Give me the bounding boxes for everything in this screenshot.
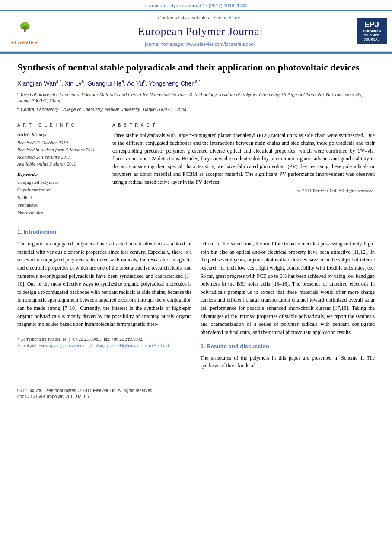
affil-b: b Central Laboratory, College of Chemist… (17, 105, 375, 112)
abstract-text: Three stable polyradicals with large π-c… (112, 131, 375, 186)
authors-line: Xiangjian Wana,*, Xin Lva, Guangrui Hea,… (17, 79, 375, 88)
elsevier-logo: 🌳 ELSEVIER (5, 16, 44, 46)
email-links[interactable]: xjwan@nankai.edu.cn (X. Wan), yschen99@n… (49, 343, 170, 348)
main-content: Synthesis of neutral stable polyradicals… (0, 54, 392, 381)
keyword-0: Conjugated polymers (17, 178, 104, 186)
body-col-right: action. At the same time, the multifunct… (201, 240, 375, 373)
copyright: © 2011 Elsevier Ltd. All rights reserved… (112, 188, 375, 194)
article-info-abstract: A R T I C L E I N F O Article history: R… (17, 122, 375, 217)
body-section: 1. Introduction The organic π-conjugated… (17, 228, 375, 373)
keyword-4: Photovoltaics (17, 209, 104, 217)
divider-2 (17, 221, 375, 221)
journal-header: 🌳 ELSEVIER Contents lists available at S… (0, 10, 392, 52)
divider-1 (17, 118, 375, 118)
author-sep4: , Yongsheng Chen (146, 80, 195, 87)
author-sep3: , Ao Yu (124, 80, 143, 87)
logo-box: 🌳 (7, 16, 42, 38)
page: European Polymer Journal 47 (2011) 1018–… (0, 0, 392, 535)
journal-homepage: journal homepage: www.elsevier.com/locat… (48, 41, 352, 48)
tree-icon: 🌳 (19, 20, 31, 34)
abstract-col: A B S T R A C T Three stable polyradical… (112, 122, 375, 217)
doi-line: doi:10.1016/j.europolymj.2011.02.017 (17, 394, 375, 400)
author-sep1: , Xin Lv (61, 80, 82, 87)
bottom-bar: 0014-3057/$ – see front matter © 2011 El… (0, 385, 392, 403)
intro-para-1: The organic π-conjugated polymers have a… (17, 240, 192, 328)
article-title: Synthesis of neutral stable polyradicals… (17, 61, 375, 74)
affiliations: a Key Laboratory for Functional Polymer … (17, 90, 375, 112)
journal-title: European Polymer Journal (48, 23, 352, 40)
issn-line: 0014-3057/$ – see front matter © 2011 El… (17, 388, 375, 394)
intro-title: 1. Introduction (17, 228, 375, 236)
history-revised: Received in revised form 6 January 2011 (17, 146, 104, 153)
contents-text: Contents lists available at (158, 15, 212, 20)
results-title: 2. Results and discussion (201, 342, 375, 351)
body-two-col: The organic π-conjugated polymers have a… (17, 240, 375, 373)
email-label: E-mail addresses: (17, 343, 48, 348)
history-title: Article history: (17, 131, 104, 138)
history-received: Received 13 October 2010 (17, 139, 104, 146)
journal-reference: European Polymer Journal 47 (2011) 1018–… (144, 3, 248, 8)
affil-a: a Key Laboratory for Functional Polymer … (17, 90, 375, 104)
epj-logo: EPJ EUROPEANPOLYMERJOURNAL (357, 18, 387, 44)
keywords-title: Keywords: (17, 171, 104, 178)
results-intro: The structures of the polymers in this p… (201, 354, 375, 370)
journal-center: Contents lists available at ScienceDirec… (48, 15, 352, 48)
journal-reference-bar: European Polymer Journal 47 (2011) 1018–… (0, 0, 392, 10)
article-info-col: A R T I C L E I N F O Article history: R… (17, 122, 104, 217)
body-col-left: The organic π-conjugated polymers have a… (17, 240, 192, 373)
abstract-header: A B S T R A C T (112, 122, 375, 129)
history-accepted: Accepted 24 February 2011 (17, 153, 104, 161)
elsevier-label: ELSEVIER (11, 39, 38, 46)
author-wan: Xiangjian Wan (17, 80, 56, 87)
backbone: backbone (70, 289, 89, 295)
keyword-1: Copolymerization (17, 186, 104, 194)
keyword-2: Radical (17, 194, 104, 202)
article-history: Article history: Received 13 October 201… (17, 131, 104, 168)
footnote-corresponding: * Corresponding authors. Tel.: +86 22 23… (17, 336, 192, 342)
author-sep2: , Guangrui He (84, 80, 121, 87)
article-info-header: A R T I C L E I N F O (17, 122, 104, 129)
contents-line: Contents lists available at ScienceDirec… (48, 15, 352, 22)
footnote-area: * Corresponding authors. Tel.: +86 22 23… (17, 333, 192, 349)
epj-letters: EPJ (364, 21, 379, 29)
intro-para-2: action. At the same time, the multifunct… (201, 240, 375, 336)
homepage-link[interactable]: journal homepage: www.elsevier.com/locat… (145, 41, 255, 47)
footnote-email: E-mail addresses: xjwan@nankai.edu.cn (X… (17, 342, 192, 349)
sciencedirect-link[interactable]: ScienceDirect (213, 15, 242, 20)
keyword-3: Phenalenyl (17, 201, 104, 209)
epj-subtext: EUROPEANPOLYMERJOURNAL (363, 29, 381, 42)
keywords-section: Keywords: Conjugated polymers Copolymeri… (17, 171, 104, 217)
history-online: Available online 2 March 2011 (17, 160, 104, 168)
